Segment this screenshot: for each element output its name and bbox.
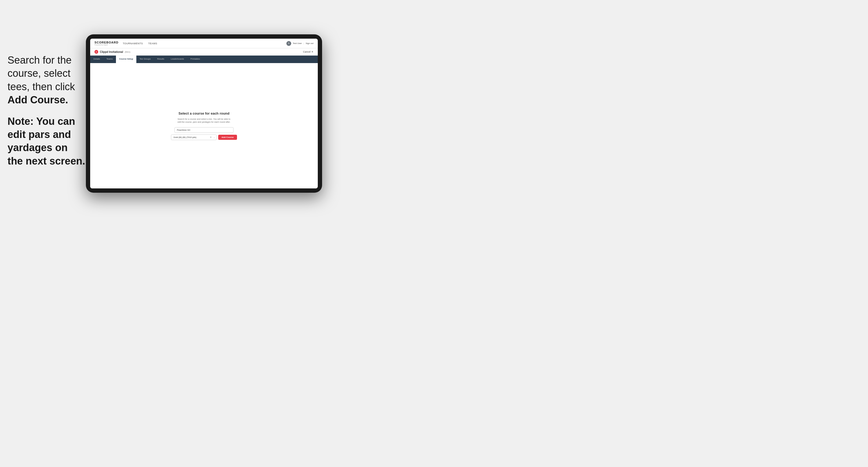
tab-leaderboards[interactable]: Leaderboards bbox=[167, 56, 187, 63]
user-avatar: R bbox=[286, 41, 291, 46]
tab-printables[interactable]: Printables bbox=[187, 56, 203, 63]
tee-select-wrapper: Gold (M) (M) (7010 yds) ✕ ⌄ bbox=[171, 134, 217, 140]
instructions-panel: Search for the course, select tees, then… bbox=[7, 54, 85, 176]
top-nav-links: TOURNAMENTS TEAMS bbox=[123, 42, 157, 45]
note-text: Note: You can edit pars and yardages on … bbox=[7, 115, 85, 168]
nav-teams[interactable]: TEAMS bbox=[148, 42, 157, 45]
tab-navigation: Details Teams Course Setup Tee Groups Re… bbox=[90, 56, 318, 63]
add-course-button[interactable]: Add Course bbox=[218, 135, 237, 140]
tab-course-setup[interactable]: Course Setup bbox=[116, 56, 136, 63]
cancel-button[interactable]: Cancel ✕ bbox=[303, 51, 313, 53]
tournament-bar: C Clippd Invitational (Men) Cancel ✕ bbox=[90, 48, 318, 56]
tablet-device: SCOREBOARD Powered by clippd TOURNAMENTS… bbox=[86, 34, 322, 193]
main-content: Select a course for each round Search fo… bbox=[90, 63, 318, 188]
cancel-icon: ✕ bbox=[311, 51, 313, 53]
user-name: Test User bbox=[293, 42, 302, 44]
pipe-separator: | bbox=[304, 42, 304, 44]
tee-clear-icon[interactable]: ✕ bbox=[210, 136, 212, 138]
tee-select-row: Gold (M) (M) (7010 yds) ✕ ⌄ Add Course bbox=[171, 134, 237, 140]
top-nav-left: SCOREBOARD Powered by clippd TOURNAMENTS… bbox=[94, 41, 157, 45]
nav-tournaments[interactable]: TOURNAMENTS bbox=[123, 42, 143, 45]
tab-tee-groups[interactable]: Tee Groups bbox=[136, 56, 154, 63]
top-nav: SCOREBOARD Powered by clippd TOURNAMENTS… bbox=[90, 39, 318, 48]
tablet-screen: SCOREBOARD Powered by clippd TOURNAMENTS… bbox=[90, 39, 318, 188]
logo-text: SCOREBOARD bbox=[94, 41, 118, 44]
tournament-gender: (Men) bbox=[125, 51, 130, 53]
logo-area: SCOREBOARD Powered by clippd bbox=[94, 41, 118, 45]
course-select-subtext: Search for a course and select a tee. Yo… bbox=[177, 118, 231, 123]
course-search-input[interactable] bbox=[175, 127, 234, 133]
top-nav-right: R Test User | Sign out bbox=[286, 41, 313, 46]
tournament-name: Clippd Invitational bbox=[100, 51, 123, 54]
instruction-bold: Add Course. bbox=[7, 94, 68, 105]
instruction-text: Search for the course, select tees, then… bbox=[7, 54, 85, 107]
tournament-title: C Clippd Invitational (Men) bbox=[94, 50, 130, 54]
course-select-heading: Select a course for each round bbox=[179, 112, 229, 116]
tab-details[interactable]: Details bbox=[90, 56, 103, 63]
sign-out-link[interactable]: Sign out bbox=[306, 42, 313, 44]
tab-teams[interactable]: Teams bbox=[103, 56, 116, 63]
logo-sub: Powered by clippd bbox=[94, 44, 118, 45]
clippd-logo: C bbox=[94, 50, 98, 54]
tab-results[interactable]: Results bbox=[154, 56, 167, 63]
